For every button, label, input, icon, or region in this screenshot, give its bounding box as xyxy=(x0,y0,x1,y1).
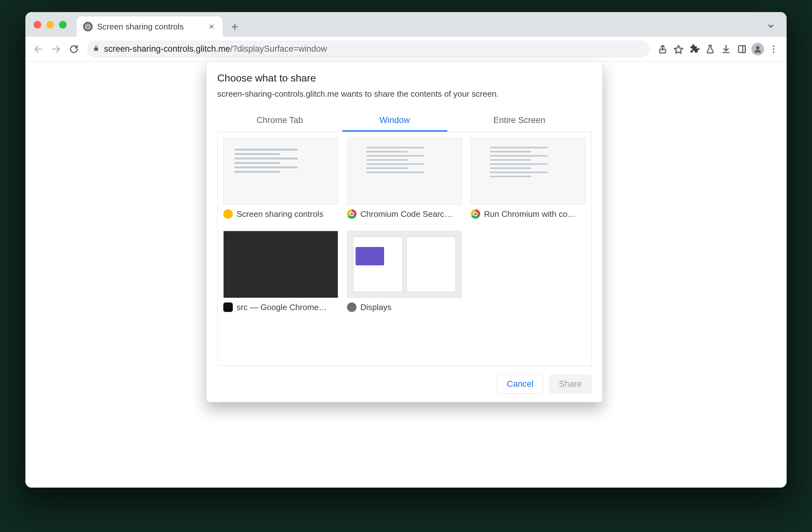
chrome-icon xyxy=(471,209,480,219)
window-option[interactable]: Run Chromium with co… xyxy=(471,137,585,219)
window-label: Chromium Code Searc… xyxy=(360,209,452,219)
window-thumbnail xyxy=(223,231,338,298)
window-label: Screen sharing controls xyxy=(237,209,323,219)
svg-point-7 xyxy=(756,46,759,49)
lock-icon xyxy=(92,44,100,54)
dialog-body: Screen sharing controls Chromium Code Se… xyxy=(217,132,592,366)
canary-icon xyxy=(223,209,233,219)
address-bar[interactable]: screen-sharing-controls.glitch.me/?displ… xyxy=(87,41,650,58)
svg-marker-3 xyxy=(675,45,683,53)
svg-point-10 xyxy=(773,51,774,53)
window-option[interactable]: Chromium Code Searc… xyxy=(347,137,462,219)
tab-strip: Screen sharing controls × + xyxy=(25,12,787,37)
window-label: Displays xyxy=(360,302,391,312)
menu-button[interactable] xyxy=(766,42,781,56)
window-close-button[interactable] xyxy=(34,21,41,29)
window-label: Run Chromium with co… xyxy=(484,209,576,219)
tab-list-chevron-icon[interactable] xyxy=(765,20,777,32)
window-grid: Screen sharing controls Chromium Code Se… xyxy=(223,137,585,313)
browser-tab[interactable]: Screen sharing controls × xyxy=(77,16,223,37)
cancel-button[interactable]: Cancel xyxy=(497,374,543,394)
svg-rect-5 xyxy=(738,46,745,52)
tab-window[interactable]: Window xyxy=(342,110,447,132)
window-option[interactable]: Screen sharing controls xyxy=(223,137,338,219)
stage: Screen sharing controls × + xyxy=(0,0,812,532)
chrome-icon xyxy=(347,209,357,219)
tab-chrome-tab[interactable]: Chrome Tab xyxy=(217,110,342,132)
url-host: screen-sharing-controls.glitch.me xyxy=(104,44,230,54)
toolbar-actions xyxy=(655,42,781,56)
back-button[interactable] xyxy=(31,42,46,56)
window-thumbnail xyxy=(471,137,585,205)
new-tab-button[interactable]: + xyxy=(227,19,242,34)
forward-button[interactable] xyxy=(49,42,63,56)
page-content: Choose what to share screen-sharing-cont… xyxy=(25,61,787,488)
svg-point-9 xyxy=(773,48,774,50)
toolbar: screen-sharing-controls.glitch.me/?displ… xyxy=(25,37,787,61)
globe-icon xyxy=(83,22,92,31)
svg-point-8 xyxy=(773,45,774,47)
share-dialog: Choose what to share screen-sharing-cont… xyxy=(206,61,603,402)
extensions-icon[interactable] xyxy=(687,42,701,56)
window-option[interactable]: Displays xyxy=(347,231,462,313)
reload-button[interactable] xyxy=(67,42,81,56)
window-thumbnail xyxy=(347,137,462,205)
reading-list-icon[interactable] xyxy=(735,42,749,56)
downloads-icon[interactable] xyxy=(719,42,733,56)
tab-title: Screen sharing controls xyxy=(97,22,184,32)
share-button[interactable]: Share xyxy=(549,374,592,394)
profile-avatar[interactable] xyxy=(751,42,765,56)
tab-entire-screen[interactable]: Entire Screen xyxy=(447,110,592,132)
window-zoom-button[interactable] xyxy=(59,21,67,29)
tab-close-button[interactable]: × xyxy=(207,22,216,31)
dialog-title: Choose what to share xyxy=(217,72,592,84)
window-thumbnail xyxy=(347,231,462,298)
dialog-header: Choose what to share screen-sharing-cont… xyxy=(206,61,602,101)
url-text: screen-sharing-controls.glitch.me/?displ… xyxy=(104,44,327,54)
dialog-tabs: Chrome Tab Window Entire Screen xyxy=(217,110,592,132)
dialog-footer: Cancel Share xyxy=(206,366,602,394)
star-icon[interactable] xyxy=(671,42,686,56)
share-icon[interactable] xyxy=(655,42,670,56)
window-option[interactable]: src — Google Chrome… xyxy=(223,231,338,313)
window-thumbnail xyxy=(223,137,338,205)
window-minimize-button[interactable] xyxy=(46,21,54,29)
dialog-subtitle: screen-sharing-controls.glitch.me wants … xyxy=(217,89,592,99)
labs-icon[interactable] xyxy=(703,42,717,56)
window-controls xyxy=(34,21,67,29)
browser-window: Screen sharing controls × + xyxy=(25,12,787,488)
svg-rect-6 xyxy=(743,46,745,52)
url-query: /?displaySurface=window xyxy=(230,44,327,54)
gear-icon xyxy=(347,302,357,312)
window-label: src — Google Chrome… xyxy=(237,302,327,312)
terminal-icon xyxy=(223,302,233,312)
